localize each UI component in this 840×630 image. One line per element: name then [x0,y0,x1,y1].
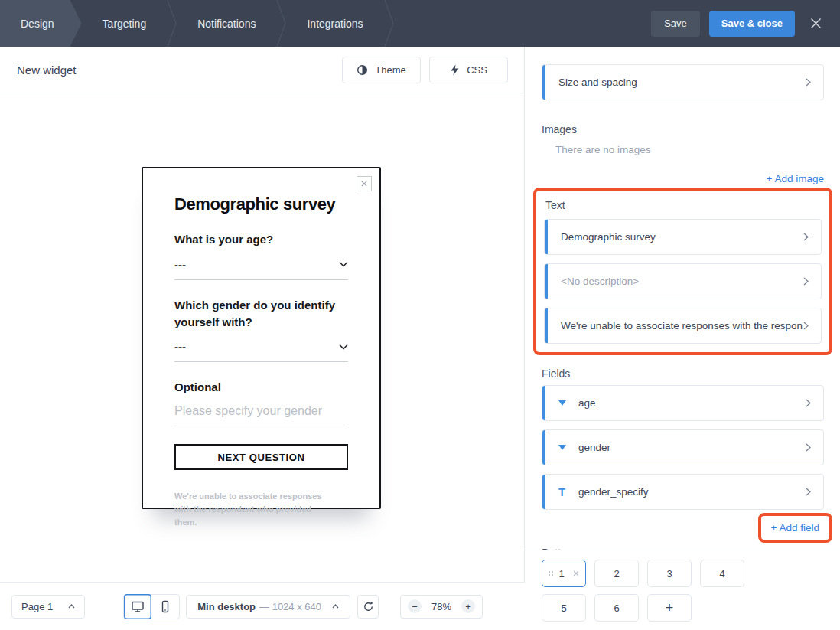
text-field-icon: T [558,485,578,498]
dropdown-field-icon [558,445,578,450]
page-chip-label: 5 [561,602,566,614]
zoom-in-button[interactable]: + [461,599,475,613]
pages-row-1: 1 2 3 4 [542,560,840,587]
text-item-label: We're unable to associate responses with… [561,320,803,331]
close-icon [361,181,367,187]
zoom-out-button[interactable]: − [408,599,422,613]
tab-design[interactable]: Design [0,0,82,47]
zoom-control: − 78% + [400,595,483,619]
page-chip-label: 6 [614,602,619,614]
tab-integrations[interactable]: Integrations [286,0,383,47]
text-item-description[interactable]: <No description> [544,263,822,299]
refresh-preview-button[interactable] [357,595,379,619]
tab-notifications-label: Notifications [197,18,256,30]
chevron-up-icon [68,604,75,609]
tab-targeting-label: Targeting [103,18,147,30]
mobile-device-button[interactable] [151,594,179,619]
page-chip-6[interactable]: 6 [594,594,639,622]
field-label: gender_specify [578,486,806,498]
page-chip-5[interactable]: 5 [542,594,586,622]
chevron-right-icon [806,399,811,407]
question-age-label: What is your age? [174,231,348,248]
page-selector-label: Page 1 [21,601,53,612]
add-page-button[interactable]: + [647,594,692,622]
add-image-link[interactable]: + Add image [767,173,824,184]
field-gender[interactable]: gender [542,429,824,465]
mobile-phone-icon [158,600,172,613]
text-section-highlight: Text Demographic survey <No description>… [533,188,832,355]
next-question-button[interactable]: NEXT QUESTION [174,444,348,470]
save-and-close-button[interactable]: Save & close [709,11,795,37]
chevron-right-icon [803,233,809,241]
page-chip-label: 1 [558,568,564,579]
images-empty-text: There are no images [542,144,824,155]
css-button[interactable]: CSS [429,57,508,83]
preview-toolbar: Page 1 Min desktop — 1024 x 640 − [0,582,525,630]
tab-notifications[interactable]: Notifications [177,0,276,47]
page-chip-3[interactable]: 3 [647,560,692,587]
zoom-level: 78% [431,601,451,612]
close-icon [810,18,822,29]
chevron-down-icon [339,261,348,267]
remove-page-icon[interactable] [573,570,579,576]
dropdown-field-icon [558,400,578,406]
save-button[interactable]: Save [651,11,700,37]
chevron-right-icon [806,488,811,496]
chevron-down-icon [339,344,348,350]
age-select-value: --- [174,258,186,271]
survey-title: Demographic survey [174,194,348,214]
text-item-title[interactable]: Demographic survey [544,219,822,255]
size-and-spacing-card[interactable]: Size and spacing [542,64,824,100]
theme-button-label: Theme [375,64,405,76]
chevron-right-icon [803,277,809,286]
size-and-spacing-label: Size and spacing [558,77,806,88]
desktop-icon [131,600,145,613]
widget-editor: Design Targeting Notifications Integrati… [0,0,840,630]
images-section-label: Images [542,123,824,135]
chevron-right-icon [803,322,809,330]
breakpoint-selector[interactable]: Min desktop — 1024 x 640 [186,595,350,619]
tab-divider-chevron [384,0,394,47]
field-label: gender [578,442,806,453]
text-item-label: <No description> [561,276,803,287]
device-toggle [123,594,180,619]
chevron-right-icon [806,443,811,452]
tab-design-label: Design [21,18,54,30]
sidebar-scroll-area: Size and spacing Images There are no ima… [525,47,840,550]
refresh-icon [363,601,374,612]
drag-handle-icon[interactable] [549,571,550,573]
text-item-footer-note[interactable]: We're unable to associate responses with… [544,308,822,344]
gender-select[interactable]: --- [174,340,348,362]
survey-footer-note: We're unable to associate responses with… [174,490,334,529]
age-select[interactable]: --- [174,258,348,280]
css-button-label: CSS [467,64,487,76]
editor-step-tabs: Design Targeting Notifications Integrati… [0,0,651,47]
desktop-device-button[interactable] [124,594,151,619]
page-chip-4[interactable]: 4 [700,560,744,587]
theme-contrast-icon [357,64,368,76]
tab-targeting[interactable]: Targeting [82,0,168,47]
tab-divider-chevron [276,0,286,47]
theme-button[interactable]: Theme [342,57,421,83]
top-bar: Design Targeting Notifications Integrati… [0,0,840,47]
chevron-right-icon [806,78,811,87]
gender-specify-input[interactable]: Please specify your gender [174,404,348,426]
add-field-link[interactable]: + Add field [771,522,819,534]
field-label: age [578,397,806,409]
optional-label: Optional [174,379,348,396]
field-age[interactable]: age [542,385,824,421]
breakpoint-name: Min desktop [197,601,256,612]
survey-preview-card: Demographic survey What is your age? ---… [142,167,381,509]
page-selector[interactable]: Page 1 [11,595,85,619]
page-chip-1-selected[interactable]: 1 [542,560,586,587]
survey-close-button[interactable] [357,176,372,191]
text-section-label: Text [545,199,822,211]
close-editor-button[interactable] [810,18,822,29]
fields-section-label: Fields [542,367,824,380]
page-chip-2[interactable]: 2 [594,560,639,587]
field-gender-specify[interactable]: T gender_specify [542,474,824,510]
question-gender-label: Which gender do you identify yourself wi… [174,297,348,331]
widget-title: New widget [17,64,334,77]
settings-sidebar: Size and spacing Images There are no ima… [525,47,840,630]
text-item-label: Demographic survey [561,231,803,243]
